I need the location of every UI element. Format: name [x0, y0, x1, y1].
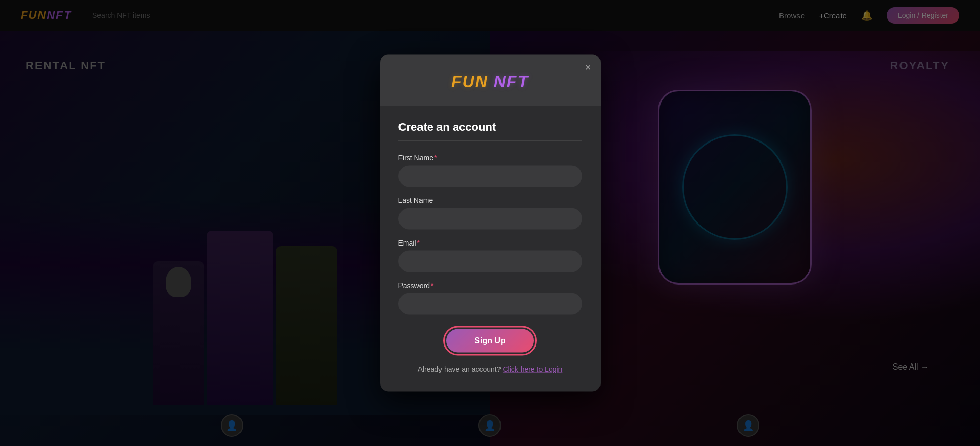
email-label: Email* — [398, 239, 582, 247]
modal-logo: FUN NFT — [451, 72, 529, 91]
login-here-link[interactable]: Click here to Login — [503, 365, 562, 373]
password-input[interactable] — [398, 293, 582, 315]
close-button[interactable]: × — [585, 62, 591, 72]
last-name-label: Last Name — [398, 196, 582, 205]
first-name-input[interactable] — [398, 166, 582, 187]
password-group: Password* — [398, 281, 582, 315]
register-modal: FUN NFT × Create an account First Name* … — [380, 55, 601, 392]
required-star-email: * — [417, 239, 420, 247]
password-label: Password* — [398, 281, 582, 290]
signup-button[interactable]: Sign Up — [446, 329, 533, 353]
modal-divider — [398, 141, 582, 141]
last-name-group: Last Name — [398, 196, 582, 230]
modal-header: FUN NFT × — [380, 55, 601, 106]
modal-body: Create an account First Name* Last Name … — [380, 106, 601, 392]
modal-logo-fun: FUN — [451, 72, 488, 91]
first-name-group: First Name* — [398, 154, 582, 187]
last-name-input[interactable] — [398, 208, 582, 230]
email-group: Email* — [398, 239, 582, 272]
modal-title: Create an account — [398, 120, 582, 134]
required-star-password: * — [431, 281, 433, 290]
required-star-first: * — [434, 154, 437, 162]
login-prompt-text: Already have an account? — [418, 365, 501, 373]
login-prompt: Already have an account? Click here to L… — [398, 365, 582, 373]
email-input[interactable] — [398, 251, 582, 272]
first-name-label: First Name* — [398, 154, 582, 162]
modal-logo-nft: NFT — [494, 72, 529, 91]
